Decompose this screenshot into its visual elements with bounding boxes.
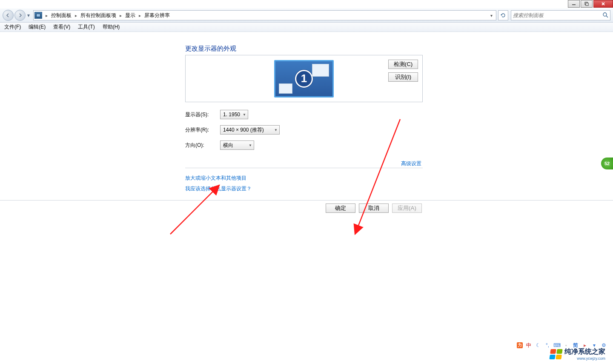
watermark-url: www.ycwjzy.com — [564, 356, 605, 361]
chevron-down-icon: ▼ — [249, 143, 252, 147]
menu-help[interactable]: 帮助(H) — [102, 23, 121, 32]
ok-button[interactable]: 确定 — [326, 203, 355, 213]
monitor-number-badge: 1 — [295, 70, 313, 88]
navigation-bar: ▾ ▸ 控制面板 ▸ 所有控制面板项 ▸ 显示 ▸ 屏幕分辨率 ▾ — [0, 9, 613, 23]
chevron-right-icon: ▸ — [72, 13, 80, 18]
cancel-button[interactable]: 取消 — [359, 203, 389, 213]
ime-language-icon[interactable]: 中 — [525, 342, 532, 349]
tray-icon[interactable]: 力 — [517, 342, 523, 348]
breadcrumb-dropdown-icon[interactable]: ▾ — [488, 13, 495, 18]
forward-button[interactable] — [14, 10, 26, 21]
menu-edit[interactable]: 编辑(E) — [28, 23, 46, 32]
chevron-right-icon: ▸ — [136, 13, 143, 18]
menu-tools[interactable]: 工具(T) — [77, 23, 95, 32]
svg-line-6 — [606, 16, 608, 17]
svg-line-8 — [355, 119, 400, 234]
search-input[interactable] — [513, 12, 602, 18]
svg-point-5 — [603, 13, 607, 16]
control-panel-icon — [34, 12, 42, 19]
annotation-arrows — [0, 68, 613, 324]
content-area: 更改显示器的外观 1 检测(C) 识别(I) 显示器(S): 1. 1950 ▼… — [0, 34, 613, 364]
maximize-button[interactable] — [581, 0, 593, 8]
menu-file[interactable]: 文件(F) — [3, 23, 22, 32]
minimize-button[interactable] — [568, 0, 580, 8]
watermark: 纯净系统之家 www.ycwjzy.com — [550, 347, 605, 361]
svg-rect-2 — [586, 3, 588, 6]
nav-history-dropdown[interactable]: ▾ — [26, 10, 31, 21]
page-heading: 更改显示器的外观 — [185, 45, 236, 53]
divider — [0, 200, 613, 201]
side-badge[interactable]: 52 — [601, 158, 613, 169]
preview-window-icon — [279, 83, 292, 94]
detect-button[interactable]: 检测(C) — [388, 60, 418, 69]
monitor-preview[interactable]: 1 — [274, 60, 334, 97]
close-button[interactable] — [593, 0, 613, 8]
preview-window-icon — [312, 64, 329, 77]
resolution-dropdown[interactable]: 1440 × 900 (推荐) ▼ — [220, 125, 280, 135]
orientation-label: 方向(O): — [185, 142, 220, 149]
display-preview-box: 1 检测(C) 识别(I) — [185, 55, 423, 102]
menu-view[interactable]: 查看(V) — [52, 23, 71, 32]
watermark-logo-icon — [549, 349, 562, 359]
display-value: 1. 1950 — [223, 112, 240, 118]
advanced-settings-link[interactable]: 高级设置 — [401, 160, 421, 167]
watermark-title: 纯净系统之家 — [564, 347, 605, 356]
dialog-buttons: 确定 取消 应用(A) — [326, 203, 422, 213]
breadcrumb-item[interactable]: 显示 — [124, 11, 136, 20]
orientation-value: 横向 — [223, 142, 233, 149]
back-button[interactable] — [3, 10, 14, 21]
search-icon[interactable] — [602, 12, 608, 19]
chevron-right-icon: ▸ — [117, 13, 124, 18]
resolution-value: 1440 × 900 (推荐) — [223, 126, 264, 134]
breadcrumb-item[interactable]: 所有控制面板项 — [80, 11, 117, 20]
orientation-dropdown[interactable]: 横向 ▼ — [220, 140, 254, 150]
chevron-right-icon: ▸ — [43, 13, 50, 18]
divider — [185, 168, 423, 168]
settings-form: 显示器(S): 1. 1950 ▼ 分辨率(R): 1440 × 900 (推荐… — [185, 110, 280, 150]
breadcrumb-item[interactable]: 控制面板 — [50, 11, 72, 20]
display-label: 显示器(S): — [185, 111, 220, 118]
display-dropdown[interactable]: 1. 1950 ▼ — [220, 110, 248, 119]
text-size-link[interactable]: 放大或缩小文本和其他项目 — [185, 175, 246, 182]
chevron-down-icon: ▼ — [274, 128, 278, 132]
svg-line-7 — [170, 185, 219, 234]
breadcrumb-bar[interactable]: ▸ 控制面板 ▸ 所有控制面板项 ▸ 显示 ▸ 屏幕分辨率 ▾ — [33, 10, 496, 20]
refresh-button[interactable] — [498, 10, 508, 20]
search-box[interactable] — [511, 10, 610, 20]
menu-bar: 文件(F) 编辑(E) 查看(V) 工具(T) 帮助(H) — [0, 23, 613, 32]
tray-moon-icon[interactable]: ☾ — [535, 342, 541, 349]
window-controls — [568, 0, 613, 9]
resolution-label: 分辨率(R): — [185, 126, 220, 134]
which-settings-link[interactable]: 我应该选择什么显示器设置？ — [185, 185, 252, 192]
chevron-down-icon: ▼ — [243, 113, 246, 117]
apply-button: 应用(A) — [392, 203, 422, 213]
breadcrumb-item[interactable]: 屏幕分辨率 — [143, 11, 171, 20]
identify-button[interactable]: 识别(I) — [388, 72, 418, 82]
